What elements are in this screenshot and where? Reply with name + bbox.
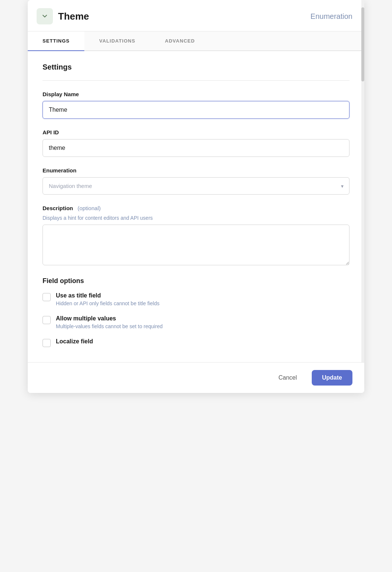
allow-multiple-hint: Multiple-values fields cannot be set to …: [56, 323, 163, 329]
tab-settings[interactable]: SETTINGS: [28, 31, 84, 51]
modal-content: Settings Display Name API ID Enumeration…: [28, 51, 364, 393]
enumeration-select[interactable]: Navigation theme: [43, 177, 349, 195]
localize-field-item: Localize field: [43, 338, 349, 347]
description-textarea[interactable]: [43, 225, 349, 265]
localize-label: Localize field: [56, 338, 93, 345]
scrollbar-thumb[interactable]: [361, 7, 364, 81]
enumeration-select-wrapper: Navigation theme ▾: [43, 177, 349, 195]
tab-validations[interactable]: VALIDATIONS: [84, 31, 150, 51]
field-options-title: Field options: [43, 277, 349, 285]
display-name-input[interactable]: [43, 101, 349, 119]
modal-header: Theme Enumeration: [28, 0, 364, 31]
description-group: Description (optional) Displays a hint f…: [43, 205, 349, 267]
enumeration-label: Enumeration: [43, 167, 349, 174]
localize-content: Localize field: [56, 338, 93, 345]
section-divider: [43, 80, 349, 81]
api-id-input[interactable]: [43, 139, 349, 157]
chevron-down-icon: [41, 13, 48, 20]
header-left: Theme: [37, 8, 89, 24]
field-icon-badge: [37, 8, 53, 24]
allow-multiple-values-item: Allow multiple values Multiple-values fi…: [43, 315, 349, 329]
allow-multiple-checkbox[interactable]: [43, 316, 51, 324]
localize-checkbox[interactable]: [43, 339, 51, 347]
tabs-container: SETTINGS VALIDATIONS ADVANCED: [28, 31, 364, 51]
description-label: Description (optional): [43, 205, 349, 211]
allow-multiple-label: Allow multiple values: [56, 315, 163, 322]
use-as-title-hint: Hidden or API only fields cannot be titl…: [56, 300, 159, 306]
tab-advanced[interactable]: ADVANCED: [150, 31, 210, 51]
use-as-title-label: Use as title field: [56, 292, 159, 299]
display-name-label: Display Name: [43, 91, 349, 97]
description-hint: Displays a hint for content editors and …: [43, 215, 349, 221]
field-type-label: Enumeration: [311, 12, 352, 21]
use-as-title-content: Use as title field Hidden or API only fi…: [56, 292, 159, 306]
use-as-title-checkbox[interactable]: [43, 293, 51, 301]
display-name-group: Display Name: [43, 91, 349, 119]
api-id-group: API ID: [43, 129, 349, 157]
description-optional-label: (optional): [78, 205, 101, 211]
allow-multiple-content: Allow multiple values Multiple-values fi…: [56, 315, 163, 329]
field-options-section: Field options Use as title field Hidden …: [43, 277, 349, 347]
modal-title: Theme: [58, 11, 89, 22]
update-button[interactable]: Update: [312, 370, 352, 386]
scrollbar-track[interactable]: [361, 0, 364, 393]
section-title: Settings: [43, 63, 349, 71]
use-as-title-field-item: Use as title field Hidden or API only fi…: [43, 292, 349, 306]
modal-footer: Cancel Update: [28, 362, 364, 393]
enumeration-group: Enumeration Navigation theme ▾: [43, 167, 349, 195]
modal-container: Theme Enumeration SETTINGS VALIDATIONS A…: [28, 0, 364, 393]
cancel-button[interactable]: Cancel: [270, 370, 306, 386]
api-id-label: API ID: [43, 129, 349, 135]
